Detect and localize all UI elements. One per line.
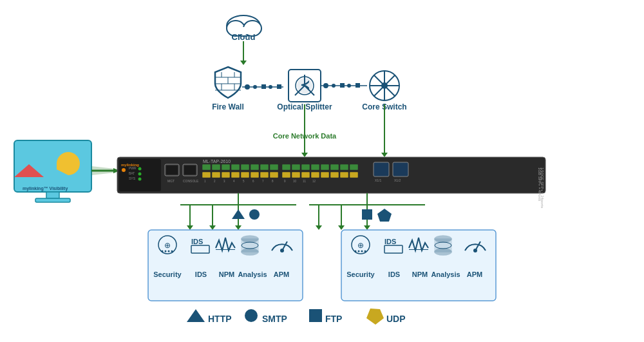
svg-rect-90 <box>330 164 339 170</box>
svg-text:PWR: PWR <box>129 166 137 170</box>
svg-point-142 <box>162 251 164 252</box>
svg-point-175 <box>435 249 451 255</box>
svg-rect-87 <box>301 164 310 170</box>
svg-text:FTP: FTP <box>325 314 342 324</box>
svg-marker-130 <box>316 225 322 230</box>
svg-point-55 <box>122 168 126 172</box>
core-network-label: Core Network Data <box>273 132 337 140</box>
svg-point-59 <box>138 173 142 176</box>
svg-rect-174 <box>435 239 451 252</box>
svg-text:10: 10 <box>293 180 297 183</box>
svg-text:UDP: UDP <box>386 314 406 324</box>
svg-text:SMTP: SMTP <box>262 314 287 324</box>
svg-point-163 <box>355 251 357 252</box>
svg-marker-45 <box>381 153 388 157</box>
svg-rect-77 <box>202 172 211 178</box>
svg-marker-132 <box>338 225 345 230</box>
svg-rect-73 <box>241 164 249 170</box>
svg-point-16 <box>245 84 250 90</box>
svg-marker-49 <box>14 164 44 177</box>
diagram-container: Cloud Fire Wall <box>0 0 644 342</box>
svg-rect-76 <box>270 164 278 170</box>
svg-rect-102 <box>393 162 408 176</box>
svg-point-183 <box>245 309 258 322</box>
svg-text:mylinking™ Visibility: mylinking™ Visibility <box>23 186 68 191</box>
svg-rect-74 <box>251 164 259 170</box>
svg-marker-6 <box>240 61 247 65</box>
svg-marker-124 <box>209 225 216 230</box>
svg-rect-95 <box>301 172 310 178</box>
svg-point-173 <box>435 236 451 242</box>
svg-text:NPM: NPM <box>219 271 234 278</box>
svg-text:IDS: IDS <box>191 238 203 245</box>
svg-rect-94 <box>292 172 300 178</box>
svg-text:2: 2 <box>214 180 216 183</box>
core-switch-label: Core Switch <box>362 102 406 111</box>
diagram-svg: Cloud Fire Wall <box>0 0 644 342</box>
svg-rect-96 <box>311 172 319 178</box>
svg-rect-33 <box>355 83 360 88</box>
svg-rect-99 <box>340 172 348 178</box>
svg-point-19 <box>269 85 272 89</box>
svg-rect-98 <box>330 172 339 178</box>
svg-rect-82 <box>251 172 259 178</box>
svg-text:3: 3 <box>223 180 225 183</box>
svg-rect-171 <box>409 249 428 250</box>
svg-rect-88 <box>311 164 319 170</box>
svg-rect-46 <box>14 140 91 192</box>
svg-text:≺: ≺ <box>300 79 310 91</box>
svg-rect-71 <box>222 164 230 170</box>
svg-rect-160 <box>341 230 496 301</box>
svg-point-17 <box>253 85 257 89</box>
svg-marker-181 <box>187 309 205 322</box>
svg-line-38 <box>374 75 395 96</box>
svg-rect-75 <box>260 164 269 170</box>
svg-line-178 <box>475 242 480 251</box>
svg-rect-153 <box>242 239 258 252</box>
svg-text:X1/2: X1/2 <box>394 178 401 182</box>
svg-text:12: 12 <box>312 180 316 183</box>
svg-rect-92 <box>350 164 358 170</box>
svg-text:4: 4 <box>233 180 235 183</box>
svg-rect-72 <box>231 164 240 170</box>
optical-splitter-label: Optical Splitter <box>277 102 332 111</box>
svg-point-30 <box>332 84 336 88</box>
svg-text:APM: APM <box>274 271 289 278</box>
svg-rect-101 <box>374 162 389 176</box>
svg-rect-78 <box>212 172 220 178</box>
svg-point-57 <box>138 167 142 171</box>
svg-rect-31 <box>340 83 345 88</box>
svg-text:11: 11 <box>303 180 307 183</box>
svg-rect-69 <box>202 164 211 170</box>
svg-rect-89 <box>321 164 329 170</box>
svg-point-136 <box>249 209 260 220</box>
svg-rect-65 <box>183 164 197 176</box>
svg-rect-21 <box>289 70 321 102</box>
svg-point-26 <box>297 78 312 93</box>
svg-point-144 <box>168 251 170 252</box>
svg-rect-81 <box>241 172 249 178</box>
svg-text:8: 8 <box>272 180 274 183</box>
svg-rect-185 <box>309 309 322 322</box>
svg-rect-148 <box>191 245 209 253</box>
svg-marker-135 <box>232 209 245 219</box>
svg-point-0 <box>227 15 260 36</box>
svg-marker-42 <box>301 153 308 157</box>
svg-text:Security: Security <box>346 271 375 278</box>
svg-text:1GB SFP+×4Ports: 1GB SFP+×4Ports <box>538 167 542 201</box>
svg-text:MGT: MGT <box>167 179 175 183</box>
svg-text:HTTP: HTTP <box>208 314 232 324</box>
svg-point-2 <box>243 21 261 36</box>
svg-rect-97 <box>321 172 329 178</box>
svg-rect-53 <box>119 159 161 191</box>
svg-rect-150 <box>216 249 235 250</box>
svg-text:Analysis: Analysis <box>431 271 460 278</box>
svg-point-158 <box>280 249 284 252</box>
svg-rect-47 <box>46 192 59 198</box>
svg-text:Analysis: Analysis <box>238 271 267 278</box>
svg-rect-3 <box>231 27 256 33</box>
svg-text:SYS: SYS <box>129 176 136 180</box>
svg-text:IDS: IDS <box>388 271 400 278</box>
svg-point-176 <box>435 242 451 249</box>
svg-text:IDS: IDS <box>384 238 396 245</box>
